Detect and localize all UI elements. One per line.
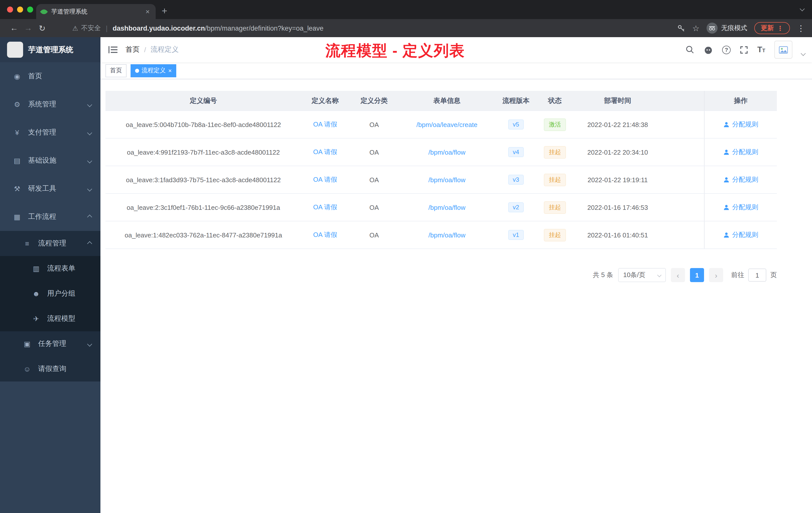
user-avatar[interactable]: [774, 41, 792, 59]
sidebar-item-workflow[interactable]: ▦ 工作流程: [0, 203, 100, 231]
assign-rule-link[interactable]: 分配规则: [723, 120, 758, 129]
infrastructure-icon: ▤: [12, 157, 22, 164]
person-icon: [723, 204, 730, 211]
cell-deploy-time: 2022-01-16 17:46:53: [573, 194, 663, 221]
assign-rule-link[interactable]: 分配规则: [723, 231, 758, 239]
help-icon[interactable]: ?: [722, 46, 731, 54]
browser-tab[interactable]: 芋道管理系统 ×: [36, 4, 156, 19]
pagination: 共 5 条 10条/页 ‹ 1 › 前往 页: [106, 268, 777, 282]
col-header-filler: [663, 91, 704, 111]
breadcrumb-separator: /: [144, 46, 146, 54]
cell-id: oa_leave:1:482ec033-762a-11ec-8477-a2380…: [106, 221, 301, 248]
window-controls: [7, 6, 33, 12]
browser-menu-icon[interactable]: ⋮: [797, 23, 805, 33]
avatar-caret-icon[interactable]: [801, 51, 806, 56]
search-icon[interactable]: [686, 45, 695, 54]
hamburger-icon[interactable]: [100, 46, 125, 54]
cell-category: OA: [349, 111, 399, 138]
sidebar-item-payment[interactable]: ¥ 支付管理: [0, 118, 100, 147]
address-bar[interactable]: dashboard.yudao.iocoder.cn/bpm/manager/d…: [113, 24, 669, 32]
form-link[interactable]: /bpm/oa/leave/create: [416, 121, 477, 128]
assign-rule-link[interactable]: 分配规则: [723, 203, 758, 212]
font-size-icon[interactable]: TT: [757, 46, 765, 54]
sidebar-item-leave-query[interactable]: ☺ 请假查询: [0, 356, 100, 382]
fullscreen-icon[interactable]: [740, 46, 748, 54]
sidebar-item-task-management[interactable]: ▣ 任务管理: [0, 331, 100, 356]
definition-name-link[interactable]: OA 请假: [313, 175, 337, 184]
sidebar-logo[interactable]: 芋道管理系统: [0, 37, 100, 62]
sidebar-item-system[interactable]: ⚙ 系统管理: [0, 90, 100, 118]
app-main: 芋道管理系统 ◉ 首页 ⚙ 系统管理 ¥ 支付管理 ▤ 基础设施: [0, 37, 812, 513]
definition-name-link[interactable]: OA 请假: [313, 231, 337, 239]
form-icon: ▥: [31, 265, 41, 273]
page-size-select[interactable]: 10条/页: [618, 268, 666, 282]
page-unit-label: 页: [770, 271, 777, 280]
sidebar-item-devtools[interactable]: ⚒ 研发工具: [0, 175, 100, 203]
tag-process-definition[interactable]: 流程定义 ×: [130, 64, 176, 77]
tag-home[interactable]: 首页: [106, 64, 126, 77]
status-badge: 挂起: [544, 146, 566, 158]
form-link[interactable]: /bpm/oa/flow: [428, 176, 465, 183]
definition-name-link[interactable]: OA 请假: [313, 148, 337, 157]
col-header-version: 流程版本: [495, 91, 537, 111]
table-row: oa_leave:1:482ec033-762a-11ec-8477-a2380…: [106, 221, 777, 249]
sidebar-item-process-management[interactable]: ≡ 流程管理: [0, 231, 100, 256]
site-security-chip[interactable]: ⚠ 不安全: [72, 24, 101, 33]
github-icon[interactable]: [703, 45, 713, 55]
sidebar-item-process-form[interactable]: ▥ 流程表单: [0, 256, 100, 281]
url-path: /bpm/manager/definition?key=oa_leave: [205, 24, 323, 32]
next-page-button[interactable]: ›: [709, 268, 723, 282]
tab-search-icon[interactable]: [800, 6, 805, 11]
logo-title: 芋道管理系统: [28, 45, 73, 55]
assign-rule-link[interactable]: 分配规则: [723, 148, 758, 157]
tab-close-icon[interactable]: ×: [145, 7, 151, 16]
page-annotation: 流程模型 - 定义列表: [325, 41, 465, 61]
browser-update-button[interactable]: 更新 ⋮: [754, 22, 790, 34]
window-close-button[interactable]: [7, 6, 13, 12]
sidebar-item-home[interactable]: ◉ 首页: [0, 62, 100, 90]
version-tag: v3: [508, 175, 523, 185]
assign-rule-link[interactable]: 分配规则: [723, 175, 758, 184]
form-link[interactable]: /bpm/oa/flow: [428, 231, 465, 239]
incognito-indicator: 无痕模式: [706, 23, 747, 34]
bookmark-star-icon[interactable]: ☆: [692, 23, 699, 33]
goto-page-input[interactable]: [748, 269, 766, 281]
cell-deploy-time: 2022-01-16 01:40:51: [573, 221, 663, 248]
reload-icon[interactable]: ↻: [35, 23, 49, 33]
table-row: oa_leave:3:1fad3d93-7b75-11ec-a3c8-acde4…: [106, 166, 777, 194]
chevron-down-icon: [87, 102, 92, 107]
form-link[interactable]: /bpm/oa/flow: [428, 148, 465, 156]
user-group-icon: ☻: [31, 290, 41, 298]
breadcrumb-home[interactable]: 首页: [125, 45, 140, 54]
security-label: 不安全: [81, 24, 101, 33]
forward-icon[interactable]: →: [21, 24, 35, 33]
password-key-icon[interactable]: [677, 24, 685, 32]
tag-close-icon[interactable]: ×: [168, 67, 172, 74]
page-1-button[interactable]: 1: [690, 268, 704, 282]
goto-label: 前往: [731, 271, 744, 280]
sidebar-item-process-model[interactable]: ✈ 流程模型: [0, 306, 100, 331]
definition-name-link[interactable]: OA 请假: [313, 203, 337, 212]
process-list-icon: ≡: [22, 239, 32, 247]
send-icon: ✈: [31, 315, 41, 323]
warning-icon: ⚠: [72, 24, 78, 32]
prev-page-button[interactable]: ‹: [671, 268, 685, 282]
table-row: oa_leave:5:004b710b-7b8a-11ec-8ef0-acde4…: [106, 111, 777, 139]
cell-deploy-time: 2022-01-22 21:48:38: [573, 111, 663, 138]
window-zoom-button[interactable]: [27, 6, 33, 12]
cell-deploy-time: 2022-01-22 19:19:11: [573, 166, 663, 193]
form-link[interactable]: /bpm/oa/flow: [428, 204, 465, 211]
definition-name-link[interactable]: OA 请假: [313, 120, 337, 129]
workflow-icon: ▦: [12, 213, 22, 221]
cell-id: oa_leave:5:004b710b-7b8a-11ec-8ef0-acde4…: [106, 111, 301, 138]
new-tab-button[interactable]: +: [162, 5, 167, 17]
back-icon[interactable]: ←: [7, 24, 21, 33]
sidebar-item-user-group[interactable]: ☻ 用户分组: [0, 281, 100, 306]
sidebar-item-infrastructure[interactable]: ▤ 基础设施: [0, 147, 100, 175]
sidebar: 芋道管理系统 ◉ 首页 ⚙ 系统管理 ¥ 支付管理 ▤ 基础设施: [0, 37, 100, 513]
status-badge: 挂起: [544, 174, 566, 186]
task-icon: ▣: [22, 340, 32, 348]
favicon-leaf-icon: [40, 7, 48, 15]
toolbar-right-cluster: ☆ 无痕模式 更新 ⋮ ⋮: [677, 22, 805, 34]
window-minimize-button[interactable]: [17, 6, 23, 12]
